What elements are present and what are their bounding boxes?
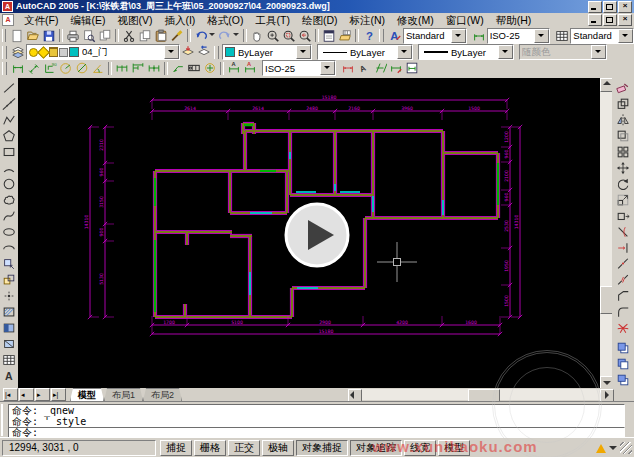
minimize-button[interactable] [588, 1, 602, 13]
new-file-button[interactable] [9, 28, 25, 43]
toolbar-grip[interactable] [2, 62, 7, 75]
draworder-front-button[interactable] [615, 340, 631, 355]
draworder-above-button[interactable] [615, 372, 631, 387]
cut-button[interactable] [121, 28, 137, 43]
polygon-button[interactable] [1, 128, 17, 143]
erase-button[interactable] [615, 80, 631, 95]
table-style-combo[interactable]: Standard [570, 28, 634, 44]
construction-line-button[interactable] [1, 96, 17, 111]
status-toggle-对象追踪[interactable]: 对象追踪 [350, 440, 402, 456]
center-mark-button[interactable] [202, 61, 218, 76]
paste-button[interactable] [153, 28, 169, 43]
insert-block-button[interactable] [1, 256, 17, 271]
designcenter-button[interactable] [337, 28, 353, 43]
horizontal-scrollbar[interactable] [348, 389, 612, 400]
mirror-button[interactable] [615, 112, 631, 127]
dim-radius-button[interactable] [58, 61, 74, 76]
dropdown-arrow[interactable] [296, 45, 311, 59]
pan-button[interactable] [249, 28, 265, 43]
layer-plot-icon[interactable] [59, 48, 68, 57]
dim-linear-button[interactable] [10, 61, 26, 76]
dim-style-combo[interactable]: ISO-25 [487, 28, 551, 44]
scale-button[interactable] [615, 192, 631, 207]
ellipse-arc-button[interactable] [1, 240, 17, 255]
menu-item-10[interactable]: 帮助(H) [490, 13, 538, 27]
dropdown-arrow[interactable] [534, 29, 549, 43]
dim-text-edit-button[interactable]: A [242, 61, 258, 76]
revision-cloud-button[interactable] [1, 192, 17, 207]
tab-布局1[interactable]: 布局1 [104, 388, 143, 401]
dropdown-arrow[interactable] [498, 45, 513, 59]
layer-freeze-icon[interactable] [37, 46, 50, 59]
plot-preview-button[interactable] [81, 28, 97, 43]
dim-ordinate-button[interactable]: 90 [42, 61, 58, 76]
status-toggle-栅格[interactable]: 栅格 [194, 440, 226, 456]
trim-button[interactable] [615, 224, 631, 239]
tab-nav-prev-button[interactable]: ◂ [19, 388, 34, 401]
publish-button[interactable] [97, 28, 113, 43]
layer-previous-button[interactable] [196, 45, 212, 60]
arc-button[interactable] [1, 160, 17, 175]
stretch-button[interactable] [615, 208, 631, 223]
dropdown-arrow[interactable] [209, 33, 215, 39]
doc-restore-button[interactable] [603, 14, 617, 26]
layer-properties-button[interactable] [10, 45, 26, 60]
dim-baseline-button[interactable] [130, 61, 146, 76]
zoom-realtime-button[interactable] [265, 28, 281, 43]
menu-item-2[interactable]: 视图(V) [111, 13, 158, 27]
layer-combo[interactable]: 04_门 [26, 44, 180, 60]
dim-oblique-button[interactable] [372, 61, 388, 76]
tab-布局2[interactable]: 布局2 [143, 388, 182, 401]
copy-button[interactable] [137, 28, 153, 43]
text-style-combo[interactable]: Standard [403, 28, 467, 44]
rectangle-button[interactable] [1, 144, 17, 159]
lineweight-combo[interactable]: ByLayer [418, 44, 514, 60]
dim-aligned-button[interactable] [26, 61, 42, 76]
linetype-combo[interactable]: ByLayer [317, 44, 413, 60]
chamfer-button[interactable] [615, 288, 631, 303]
make-object-layer-current-button[interactable] [180, 45, 196, 60]
tab-nav-next-button[interactable]: ▸ [35, 388, 50, 401]
restore-button[interactable] [603, 1, 617, 13]
color-combo[interactable]: ByLayer [222, 44, 312, 60]
dim-edit-button[interactable]: A [226, 61, 242, 76]
break-button[interactable] [615, 272, 631, 287]
zoom-window-button[interactable] [281, 28, 297, 43]
dropdown-arrow[interactable] [164, 45, 179, 59]
command-history[interactable]: 命令: _qnew命令: '_style [8, 404, 625, 428]
text-style-icon-button[interactable]: A [387, 28, 403, 43]
break-at-point-button[interactable] [615, 256, 631, 271]
zoom-previous-button[interactable] [297, 28, 313, 43]
tab-nav-first-button[interactable]: |◂ [3, 388, 18, 401]
status-toggle-正交[interactable]: 正交 [228, 440, 260, 456]
menu-item-0[interactable]: 文件(F) [18, 13, 64, 27]
status-toggle-极轴[interactable]: 极轴 [262, 440, 294, 456]
doc-minimize-button[interactable] [588, 14, 602, 26]
menu-item-3[interactable]: 插入(I) [158, 13, 201, 27]
status-toggle-对象捕捉[interactable]: 对象捕捉 [296, 440, 348, 456]
drawing-area[interactable]: 1518026142614248021603960150014310231096… [18, 78, 600, 388]
status-toggle-模型[interactable]: 模型 [438, 440, 470, 456]
dim-text-angle-button[interactable]: A [356, 61, 372, 76]
close-button[interactable] [618, 1, 632, 13]
status-toggle-线宽[interactable]: 线宽 [404, 440, 436, 456]
explode-button[interactable] [615, 320, 631, 335]
title-bar[interactable]: AutoCAD 2005 - [K:\张铁君\03_周三上午班\05_20090… [0, 0, 634, 13]
move-button[interactable] [615, 160, 631, 175]
redo-button[interactable] [217, 28, 233, 43]
hatch-button[interactable] [1, 304, 17, 319]
region-button[interactable] [1, 336, 17, 351]
menu-item-9[interactable]: 窗口(W) [440, 13, 490, 27]
vertical-scrollbar[interactable] [600, 78, 612, 388]
dim-style-dialog-button[interactable] [404, 61, 420, 76]
plot-button[interactable] [65, 28, 81, 43]
toolbar-grip[interactable] [2, 46, 7, 59]
ellipse-button[interactable] [1, 224, 17, 239]
array-button[interactable] [615, 144, 631, 159]
make-block-button[interactable] [1, 272, 17, 287]
fillet-button[interactable] [615, 304, 631, 319]
undo-button[interactable] [193, 28, 209, 43]
properties-button[interactable] [321, 28, 337, 43]
resize-grip[interactable] [620, 442, 632, 454]
dropdown-arrow[interactable] [233, 33, 239, 39]
